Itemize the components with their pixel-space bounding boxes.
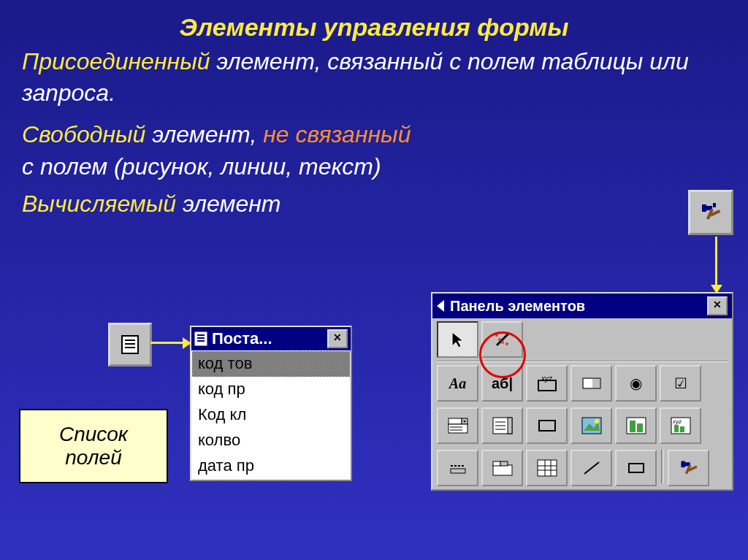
field-list-title: Поста... <box>212 329 327 348</box>
tab-icon <box>492 459 514 477</box>
bound-object-tool[interactable]: xyz <box>660 407 701 444</box>
image-icon <box>581 416 603 435</box>
svg-rect-35 <box>627 418 646 434</box>
list-item[interactable]: Код кл <box>192 402 350 428</box>
svg-rect-46 <box>500 461 508 466</box>
free-element-desc: с полем (рисунок, линии, текст) <box>22 151 726 183</box>
svg-rect-53 <box>629 464 644 472</box>
svg-rect-45 <box>493 461 500 466</box>
svg-rect-28 <box>508 418 512 434</box>
bound-element-label: Присоединенный <box>22 48 210 74</box>
toolbox-title: Панель элементов <box>450 298 707 315</box>
arrow-to-toolbox <box>715 237 717 288</box>
rect-icon <box>626 460 646 476</box>
svg-rect-44 <box>493 465 512 475</box>
svg-rect-32 <box>539 421 555 431</box>
page-title: Элементы управления формы <box>0 0 748 42</box>
listbox-tool[interactable] <box>481 407 523 444</box>
calc-element-label: Вычисляемый <box>22 191 183 217</box>
svg-line-52 <box>584 462 599 474</box>
tool-row-3: xyz <box>432 404 732 447</box>
line-icon <box>581 459 602 477</box>
unbound-object-tool[interactable] <box>615 407 657 444</box>
not-bound-label: не связанный <box>263 121 411 147</box>
tool-row-4 <box>432 447 732 489</box>
svg-rect-1 <box>702 204 706 212</box>
svg-point-34 <box>595 419 599 423</box>
triangle-icon <box>437 300 444 312</box>
image-tool[interactable] <box>570 407 612 444</box>
document-lines-icon <box>121 334 140 355</box>
label-tool[interactable]: Aa <box>437 365 478 402</box>
group-icon: xyz <box>535 373 559 394</box>
field-list-window[interactable]: Поста... ✕ код тов код пр Код кл колво д… <box>190 326 352 481</box>
option-icon: ◉ <box>630 375 642 392</box>
svg-rect-40 <box>674 425 679 432</box>
field-list-button[interactable] <box>108 323 152 367</box>
hammer-icon <box>700 202 722 223</box>
check-icon: ☑ <box>674 375 687 392</box>
bound-object-icon: xyz <box>670 416 692 435</box>
close-button[interactable]: ✕ <box>327 329 348 348</box>
toggle-icon <box>581 375 602 391</box>
svg-rect-21 <box>584 379 592 388</box>
svg-rect-24 <box>449 424 468 433</box>
highlight-circle <box>479 331 526 378</box>
svg-rect-22 <box>449 418 462 424</box>
free-element-label: Свободный <box>22 121 145 147</box>
pagebreak-tool[interactable] <box>437 450 478 486</box>
label-icon: Aa <box>449 375 466 392</box>
fields-label-line2: полей <box>20 446 167 469</box>
button-tool[interactable] <box>526 407 568 444</box>
tab-tool[interactable] <box>481 450 523 486</box>
arrow-to-fieldlist <box>150 342 186 344</box>
list-icon <box>492 416 514 435</box>
fields-label-line1: Список <box>20 423 167 446</box>
pointer-tool[interactable] <box>437 321 478 358</box>
line-tool[interactable] <box>570 450 612 486</box>
list-item[interactable]: код пр <box>192 377 350 402</box>
combo-icon <box>446 415 470 436</box>
unbound-object-icon <box>625 416 647 435</box>
separator <box>661 450 663 483</box>
document-lines-icon <box>194 331 207 346</box>
toggle-tool[interactable] <box>570 365 612 402</box>
pagebreak-icon <box>448 460 468 476</box>
intro-text: Присоединенный элемент, связанный с поле… <box>22 46 726 220</box>
field-list-titlebar[interactable]: Поста... ✕ <box>191 327 351 350</box>
svg-rect-41 <box>680 426 684 432</box>
list-item[interactable]: код тов <box>192 351 350 377</box>
svg-text:xyz: xyz <box>672 418 682 425</box>
fields-label-box: Список полей <box>19 409 168 483</box>
combobox-tool[interactable] <box>437 407 478 444</box>
list-item[interactable]: колво <box>192 428 350 453</box>
group-tool[interactable]: xyz <box>526 365 568 402</box>
subform-icon <box>536 459 558 477</box>
tool-row-1 <box>432 318 732 361</box>
hammer-icon <box>679 459 698 477</box>
svg-rect-43 <box>451 469 465 473</box>
close-button[interactable]: ✕ <box>707 296 728 315</box>
calc-element-rest: элемент <box>183 191 281 217</box>
checkbox-tool[interactable]: ☑ <box>660 365 701 402</box>
svg-rect-37 <box>637 423 643 432</box>
svg-rect-36 <box>630 421 636 432</box>
svg-rect-47 <box>538 460 557 476</box>
toolbox-panel[interactable]: Панель элементов ✕ Aa аб| <box>431 292 733 491</box>
toolbox-toggle-button[interactable] <box>688 190 733 235</box>
field-list-items[interactable]: код тов код пр Код кл колво дата пр <box>191 350 351 480</box>
free-element-word: элемент, <box>145 121 263 147</box>
svg-rect-3 <box>713 203 716 207</box>
tool-row-2: Aa аб| xyz ◉ ☑ <box>432 362 732 404</box>
toolbox-titlebar[interactable]: Панель элементов ✕ <box>432 294 732 318</box>
button-icon <box>537 418 557 434</box>
more-tools[interactable] <box>668 450 709 486</box>
list-item[interactable]: дата пр <box>192 453 350 479</box>
rectangle-tool[interactable] <box>615 450 657 486</box>
option-tool[interactable]: ◉ <box>615 365 657 402</box>
subform-tool[interactable] <box>526 450 568 486</box>
svg-rect-55 <box>681 461 684 467</box>
svg-text:xyz: xyz <box>541 375 553 383</box>
pointer-icon <box>450 330 466 349</box>
